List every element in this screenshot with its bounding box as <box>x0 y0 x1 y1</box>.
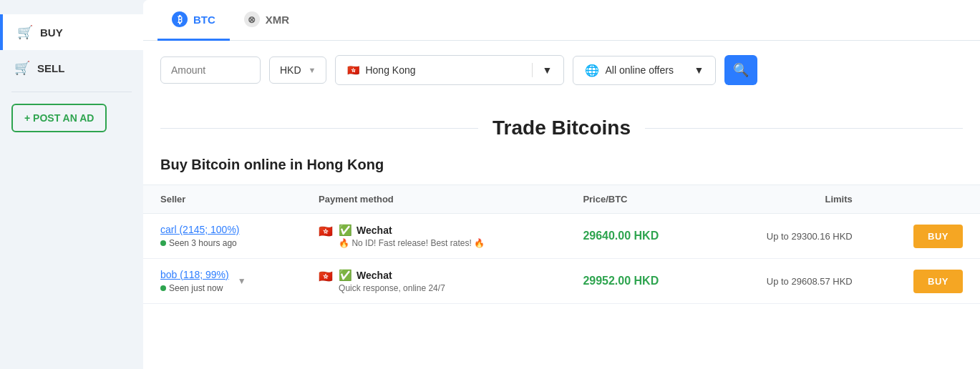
offers-chevron-icon: ▼ <box>694 64 704 76</box>
buy-icon: 🛒 <box>17 24 33 40</box>
tab-xmr[interactable]: ⊗ XMR <box>230 0 304 41</box>
location-chevron-icon: ▼ <box>543 64 553 76</box>
payment-check-icon-0: ✅ <box>339 224 352 237</box>
seen-text-1: Seen just now <box>169 283 223 293</box>
price-cell-1: 29952.00 HKD <box>566 259 711 304</box>
sidebar-item-buy[interactable]: 🛒 BUY <box>0 14 143 50</box>
currency-value: HKD <box>280 64 301 76</box>
limits-cell-1: Up to 29608.57 HKD <box>711 259 870 304</box>
col-action <box>870 185 980 214</box>
payment-name-0: Wechat <box>356 225 392 236</box>
seen-dot-1 <box>160 285 166 291</box>
limits-cell-0: Up to 29300.16 HKD <box>711 214 870 259</box>
post-ad-label: + POST AN AD <box>24 112 94 124</box>
seller-link-0[interactable]: carl (2145; 100%) <box>160 224 240 235</box>
post-ad-button[interactable]: + POST AN AD <box>11 104 107 132</box>
seen-dot-0 <box>160 240 166 246</box>
offers-table: Seller Payment method Price/BTC Limits c… <box>143 184 980 304</box>
limits-text-1: Up to 29608.57 HKD <box>767 276 853 287</box>
table-row: carl (2145; 100%) Seen 3 hours ago 🇭🇰 ✅ … <box>143 214 980 259</box>
main-content: ₿ BTC ⊗ XMR HKD ▼ 🇭🇰 Hong Kong ▼ 🌐 All o… <box>143 0 980 369</box>
filter-bar: HKD ▼ 🇭🇰 Hong Kong ▼ 🌐 All online offers… <box>143 41 980 99</box>
currency-select[interactable]: HKD ▼ <box>269 56 326 84</box>
seller-link-1[interactable]: bob (118; 99%) <box>160 269 229 280</box>
sidebar-buy-label: BUY <box>40 26 63 39</box>
buy-button-1[interactable]: BUY <box>913 270 963 293</box>
col-limits: Limits <box>711 185 870 214</box>
payment-check-icon-1: ✅ <box>339 269 352 282</box>
search-button[interactable]: 🔍 <box>724 55 757 85</box>
limits-text-0: Up to 29300.16 HKD <box>767 231 853 242</box>
payment-cell-1: 🇭🇰 ✅ Wechat Quick response, online 24/7 <box>301 259 566 304</box>
sell-icon: 🛒 <box>14 60 30 76</box>
price-value-0: 29640.00 HKD <box>583 230 659 242</box>
col-seller: Seller <box>143 185 301 214</box>
payment-cell-0: 🇭🇰 ✅ Wechat 🔥 No ID! Fast release! Best … <box>301 214 566 259</box>
sidebar-divider <box>11 92 132 92</box>
trade-heading: Trade Bitcoins <box>478 117 645 139</box>
action-cell-1: BUY <box>870 259 980 304</box>
sidebar: 🛒 BUY 🛒 SELL + POST AN AD <box>0 0 143 369</box>
expand-icon-1[interactable]: ▼ <box>238 276 246 286</box>
tab-btc[interactable]: ₿ BTC <box>157 0 230 41</box>
payment-name-1: Wechat <box>356 270 392 281</box>
payment-flag-icon-1: 🇭🇰 <box>319 270 333 283</box>
location-flag-icon: 🇭🇰 <box>347 64 359 76</box>
offers-label: All online offers <box>605 64 673 76</box>
col-payment: Payment method <box>301 185 566 214</box>
currency-tabs: ₿ BTC ⊗ XMR <box>143 0 980 41</box>
heading-line-left <box>160 128 478 129</box>
seller-cell-0: carl (2145; 100%) Seen 3 hours ago <box>143 214 301 259</box>
price-cell-0: 29640.00 HKD <box>566 214 711 259</box>
payment-note-1: Quick response, online 24/7 <box>339 283 445 293</box>
xmr-icon: ⊗ <box>244 11 260 27</box>
location-divider <box>532 63 533 77</box>
sidebar-sell-label: SELL <box>37 62 64 74</box>
trade-heading-section: Trade Bitcoins <box>143 99 980 151</box>
location-value: Hong Kong <box>365 64 415 76</box>
table-row: bob (118; 99%) Seen just now ▼ 🇭🇰 ✅ Wech… <box>143 259 980 304</box>
section-title: Buy Bitcoin online in Hong Kong <box>143 151 980 184</box>
location-select[interactable]: 🇭🇰 Hong Kong ▼ <box>335 55 564 85</box>
heading-line-right <box>645 128 963 129</box>
seen-text-0: Seen 3 hours ago <box>169 238 237 248</box>
currency-chevron-icon: ▼ <box>309 66 316 74</box>
search-icon: 🔍 <box>733 62 749 78</box>
sidebar-item-sell[interactable]: 🛒 SELL <box>0 50 143 86</box>
payment-flag-icon-0: 🇭🇰 <box>319 225 333 238</box>
amount-input[interactable] <box>160 56 261 84</box>
col-price: Price/BTC <box>566 185 711 214</box>
seller-cell-1: bob (118; 99%) Seen just now ▼ <box>143 259 301 304</box>
tab-btc-label: BTC <box>193 14 215 26</box>
price-value-1: 29952.00 HKD <box>583 275 659 287</box>
offers-select[interactable]: 🌐 All online offers ▼ <box>573 56 716 85</box>
buy-button-0[interactable]: BUY <box>913 225 963 248</box>
action-cell-0: BUY <box>870 214 980 259</box>
globe-icon: 🌐 <box>585 64 599 77</box>
btc-icon: ₿ <box>172 11 188 27</box>
payment-note-0: 🔥 No ID! Fast release! Best rates! 🔥 <box>339 238 485 248</box>
tab-xmr-label: XMR <box>266 14 289 26</box>
